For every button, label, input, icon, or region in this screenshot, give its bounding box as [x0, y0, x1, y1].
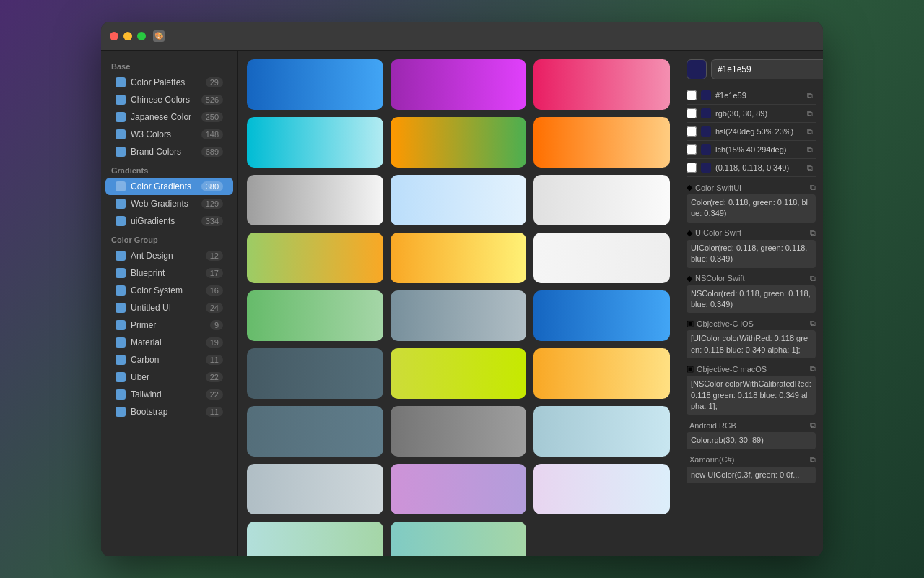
sidebar-item-color-gradients[interactable]: Color Gradients380	[105, 178, 233, 195]
sidebar-item-count: 24	[206, 303, 223, 313]
copy-code-button[interactable]: ⧉	[810, 183, 816, 192]
gradient-card[interactable]	[247, 522, 383, 556]
sidebar-item-count: 148	[201, 129, 223, 139]
gradient-card[interactable]	[247, 175, 383, 225]
color-value-row: #1e1e59⧉	[687, 87, 816, 105]
sidebar-item-label: Ant Design	[131, 251, 206, 261]
hex-input[interactable]	[711, 59, 823, 79]
copy-code-button[interactable]: ⧉	[810, 455, 816, 465]
gradient-card[interactable]	[391, 406, 527, 457]
copy-button[interactable]: ⧉	[804, 144, 816, 155]
sidebar-section-label: Color Group	[101, 230, 237, 247]
gradient-card[interactable]	[533, 406, 670, 457]
sidebar-item-count: 9	[210, 320, 223, 330]
sidebar-item-uber[interactable]: Uber22	[105, 368, 233, 386]
sidebar-item-icon	[116, 320, 126, 330]
code-value: UIColor(red: 0.118, green: 0.118, blue: …	[687, 240, 816, 268]
copy-code-button[interactable]: ⧉	[810, 319, 816, 328]
sidebar-item-color-palettes[interactable]: Color Palettes29	[105, 74, 233, 91]
layout-button[interactable]	[811, 35, 814, 38]
gradient-card[interactable]	[391, 117, 527, 168]
maximize-button[interactable]	[137, 32, 146, 40]
code-section-header: Xamarin(C#)⧉	[687, 455, 816, 465]
copy-button[interactable]: ⧉	[804, 162, 816, 173]
sidebar-item-japanese-color[interactable]: Japanese Color250	[105, 108, 233, 126]
code-section: Android RGB⧉Color.rgb(30, 30, 89)	[687, 420, 816, 449]
gradient-card[interactable]	[247, 464, 383, 514]
close-button[interactable]	[110, 32, 118, 40]
sidebar-item-count: 16	[206, 285, 223, 296]
gradient-card[interactable]	[391, 464, 527, 514]
gradient-card[interactable]	[533, 175, 670, 225]
sidebar-item-primer[interactable]: Primer9	[105, 316, 233, 334]
code-section-icon: ◆	[687, 228, 692, 238]
copy-code-button[interactable]: ⧉	[810, 420, 816, 430]
color-value-text: (0.118, 0.118, 0.349)	[715, 163, 800, 172]
code-section: ▣Objective-C iOS⧉[UIColor colorWithRed: …	[687, 319, 816, 358]
gradient-card[interactable]	[391, 348, 527, 399]
gradient-card[interactable]	[533, 117, 670, 168]
code-value: [NSColor colorWithCalibratedRed: 0.118 g…	[687, 376, 816, 415]
sidebar-item-chinese-colors[interactable]: Chinese Colors526	[105, 91, 233, 108]
edit-button[interactable]	[803, 35, 806, 38]
copy-code-button[interactable]: ⧉	[810, 364, 816, 374]
code-section-label: Objective-C macOS	[697, 365, 807, 374]
sidebar-item-w3-colors[interactable]: W3 Colors148	[105, 126, 233, 143]
sidebar-item-icon	[116, 147, 126, 157]
sidebar-item-count: 129	[201, 199, 223, 209]
sidebar: BaseColor Palettes29Chinese Colors526Jap…	[101, 51, 238, 556]
gradient-card[interactable]	[391, 59, 527, 110]
sidebar-item-material[interactable]: Material19	[105, 334, 233, 351]
gradient-card[interactable]	[533, 59, 670, 110]
sidebar-item-tailwind[interactable]: Tailwind22	[105, 386, 233, 403]
copy-button[interactable]: ⧉	[804, 126, 816, 137]
color-value-text: lch(15% 40 294deg)	[715, 145, 800, 154]
sidebar-item-label: Color Gradients	[131, 181, 201, 191]
sidebar-item-color-system[interactable]: Color System16	[105, 282, 233, 299]
color-swatch[interactable]	[687, 59, 707, 79]
sidebar-item-count: 22	[206, 389, 223, 400]
sidebar-item-web-gradients[interactable]: Web Gradients129	[105, 195, 233, 212]
gradient-card[interactable]	[247, 348, 383, 399]
right-panel: #1e1e59⧉rgb(30, 30, 89)⧉hsl(240deg 50% 2…	[679, 51, 823, 556]
color-value-checkbox[interactable]	[687, 144, 697, 155]
sidebar-item-icon	[116, 268, 126, 278]
code-section-label: NSColor Swift	[695, 274, 807, 282]
color-value-checkbox[interactable]	[687, 163, 697, 173]
gradient-card[interactable]	[391, 233, 527, 283]
gradient-card[interactable]	[247, 406, 383, 457]
sidebar-item-icon	[116, 303, 126, 313]
sidebar-item-untitled-ui[interactable]: Untitled UI24	[105, 299, 233, 316]
sidebar-section-label: Base	[101, 56, 237, 74]
gradient-card[interactable]	[247, 290, 383, 341]
gradient-grid	[247, 59, 670, 556]
sidebar-item-carbon[interactable]: Carbon11	[105, 351, 233, 368]
sidebar-item-ui-gradients[interactable]: uiGradients334	[105, 212, 233, 230]
gradient-card[interactable]	[391, 175, 527, 225]
gradient-card[interactable]	[533, 348, 670, 399]
gradient-card[interactable]	[247, 117, 383, 168]
sidebar-item-label: Primer	[131, 320, 210, 330]
gradient-card[interactable]	[533, 464, 670, 514]
minimize-button[interactable]	[123, 32, 132, 40]
gradient-card[interactable]	[533, 290, 670, 341]
copy-button[interactable]: ⧉	[804, 108, 816, 119]
color-value-checkbox[interactable]	[687, 108, 697, 118]
code-section-label: Xamarin(C#)	[689, 455, 807, 464]
gradient-card[interactable]	[391, 522, 527, 556]
gradient-card[interactable]	[247, 59, 383, 110]
code-value: [UIColor colorWithRed: 0.118 green: 0.11…	[687, 330, 816, 358]
color-value-checkbox[interactable]	[687, 126, 697, 137]
gradient-card[interactable]	[533, 233, 670, 283]
sidebar-item-brand-colors[interactable]: Brand Colors689	[105, 143, 233, 160]
copy-code-button[interactable]: ⧉	[810, 228, 816, 238]
gradient-card[interactable]	[391, 290, 527, 341]
sidebar-item-blueprint[interactable]: Blueprint17	[105, 264, 233, 282]
sidebar-item-ant-design[interactable]: Ant Design12	[105, 247, 233, 264]
gradient-card[interactable]	[247, 233, 383, 283]
color-value-checkbox[interactable]	[687, 90, 697, 100]
sidebar-item-bootstrap[interactable]: Bootstrap11	[105, 403, 233, 420]
copy-code-button[interactable]: ⧉	[810, 274, 816, 283]
sidebar-item-label: Chinese Colors	[131, 95, 201, 105]
copy-button[interactable]: ⧉	[804, 90, 816, 101]
